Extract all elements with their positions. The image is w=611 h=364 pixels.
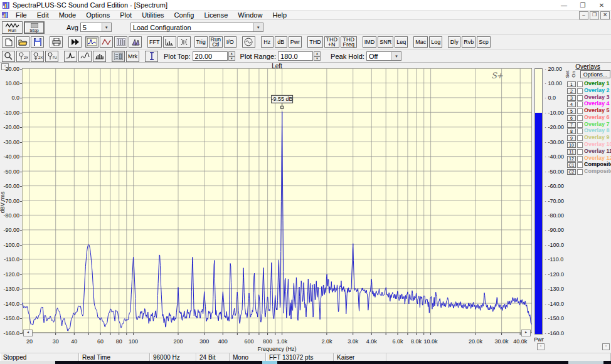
leq-button[interactable]: Leq [395, 36, 408, 48]
overlay-set-button[interactable]: 1 [567, 81, 576, 87]
overlay-on-checkbox[interactable] [577, 149, 583, 155]
print-button[interactable] [50, 36, 63, 48]
cursor-tool-button[interactable] [145, 51, 158, 62]
fast-forward-button[interactable] [68, 36, 82, 48]
overlay-set-button[interactable]: C2 [567, 169, 576, 175]
plot-range-input[interactable] [278, 51, 313, 61]
plot-top-input[interactable] [193, 51, 228, 61]
trigger-button[interactable]: Trig [194, 36, 208, 48]
zoom-out-2x-button[interactable]: 2X [31, 51, 44, 62]
menu-options[interactable]: Options [81, 11, 115, 19]
bar-display-button[interactable] [93, 51, 106, 62]
overlay-on-checkbox[interactable] [577, 88, 583, 94]
overlay-set-button[interactable]: 11 [567, 149, 576, 155]
spectrum-plot[interactable]: -9.55 dB [22, 68, 532, 338]
delay-button[interactable]: Dly [448, 36, 460, 48]
overlay-set-button[interactable]: 7 [567, 122, 576, 128]
scroll-right-icon[interactable]: ▸ [521, 330, 531, 336]
overlay-on-checkbox[interactable] [577, 135, 583, 141]
overlay-on-checkbox[interactable] [577, 169, 583, 175]
mdi-minimize-icon[interactable]: – [579, 11, 588, 19]
mdi-close-icon[interactable]: ✕ [600, 11, 610, 19]
overlay-on-checkbox[interactable] [577, 162, 583, 168]
menu-utilities[interactable]: Utilities [137, 11, 169, 19]
overlay-set-button[interactable]: 10 [567, 142, 576, 148]
save-button[interactable] [31, 36, 44, 48]
menu-window[interactable]: Window [233, 11, 267, 19]
overlay-set-button[interactable]: 5 [567, 108, 576, 114]
line-display-button[interactable] [64, 51, 77, 62]
overlay-on-checkbox[interactable] [577, 122, 583, 128]
stop-button[interactable]: Stop [24, 21, 45, 34]
thd-button[interactable]: THD [307, 36, 323, 48]
overlay-on-checkbox[interactable] [577, 115, 583, 121]
overlay-on-checkbox[interactable] [577, 156, 583, 162]
overlay-on-checkbox[interactable] [577, 108, 583, 114]
meter-option-button[interactable]: ▫ [537, 343, 545, 350]
hz-units-button[interactable]: Hz [261, 36, 274, 48]
overlay-set-button[interactable]: 2 [567, 88, 576, 94]
overlay-set-button[interactable]: 3 [567, 95, 576, 101]
imd-button[interactable]: IMD [363, 36, 377, 48]
overlay-set-button[interactable]: C1 [567, 162, 576, 168]
reverb-button[interactable]: Rvb [462, 36, 476, 48]
new-button[interactable] [2, 36, 15, 48]
spectrogram-button[interactable] [114, 36, 127, 48]
pwr-units-button[interactable]: Pwr [289, 36, 302, 48]
menu-help[interactable]: Help [267, 11, 292, 19]
overlay-set-button[interactable]: 6 [567, 115, 576, 121]
menu-edit[interactable]: Edit [32, 11, 54, 19]
menu-plot[interactable]: Plot [115, 11, 137, 19]
zoom-button[interactable] [2, 51, 15, 62]
panel-option-button[interactable]: ▫ [602, 343, 610, 350]
maximize-icon[interactable]: ❐ [573, 0, 592, 10]
scroll-left-icon[interactable]: ◂ [23, 330, 33, 336]
overlay-set-button[interactable]: 8 [567, 128, 576, 134]
signal-generator-button[interactable] [242, 36, 255, 48]
scope-button[interactable]: Scp [477, 36, 491, 48]
zoom-out-full-button[interactable]: FUL [45, 51, 58, 62]
marker-button[interactable]: Mrk [126, 51, 139, 62]
legend-panel-button[interactable] [112, 51, 125, 62]
overlays-options-button[interactable]: Options... [580, 70, 610, 78]
overlay-on-checkbox[interactable] [577, 101, 583, 107]
mdi-restore-icon[interactable]: ❐ [590, 11, 599, 19]
avg-select[interactable]: 5 ▼ [80, 23, 112, 32]
menu-mode[interactable]: Mode [54, 11, 82, 19]
close-icon[interactable]: ✕ [592, 0, 611, 10]
overlay-set-button[interactable]: 9 [567, 135, 576, 141]
spectrum-view-button[interactable] [85, 36, 98, 48]
plot-top-spinner[interactable]: ▲▼ [228, 51, 235, 61]
db-units-button[interactable]: dB [275, 36, 287, 48]
envelope-display-button[interactable] [78, 51, 92, 62]
minimize-icon[interactable]: — [555, 0, 573, 10]
thd-freq-button[interactable]: THD Freq [341, 36, 357, 48]
menu-license[interactable]: License [199, 11, 233, 19]
overlay-set-button[interactable]: 12 [567, 156, 576, 162]
load-configuration-select[interactable]: Load Configuration ▼ [130, 23, 263, 32]
spinner-down-icon[interactable]: ▼ [314, 56, 321, 61]
overlay-on-checkbox[interactable] [577, 128, 583, 134]
menu-config[interactable]: Config [169, 11, 199, 19]
snr-button[interactable]: SNR [378, 36, 393, 48]
overlay-on-checkbox[interactable] [577, 142, 583, 148]
octave-bars-button[interactable] [163, 36, 176, 48]
open-button[interactable] [16, 36, 29, 48]
menu-file[interactable]: File [11, 11, 32, 19]
phase-button[interactable] [178, 36, 191, 48]
zoom-in-2x-button[interactable]: 2X [16, 51, 29, 62]
overlay-set-button[interactable]: 4 [567, 101, 576, 107]
spinner-up-icon[interactable]: ▲ [228, 51, 235, 56]
surface-plot-button[interactable] [129, 36, 142, 48]
logging-button[interactable]: Log [429, 36, 442, 48]
thd-n-button[interactable]: THD +N [324, 36, 339, 48]
peak-hold-select[interactable]: Off ▼ [366, 51, 401, 61]
plot-range-spinner[interactable]: ▲▼ [314, 51, 321, 61]
macro-button[interactable]: Mac [413, 36, 428, 48]
overlay-on-checkbox[interactable] [577, 95, 583, 101]
fft-settings-button[interactable]: FFT [147, 36, 162, 48]
spinner-down-icon[interactable]: ▼ [228, 56, 235, 61]
spinner-up-icon[interactable]: ▲ [314, 51, 321, 56]
run-control-button[interactable]: Run Ctl [209, 36, 223, 48]
time-series-button[interactable] [100, 36, 113, 48]
